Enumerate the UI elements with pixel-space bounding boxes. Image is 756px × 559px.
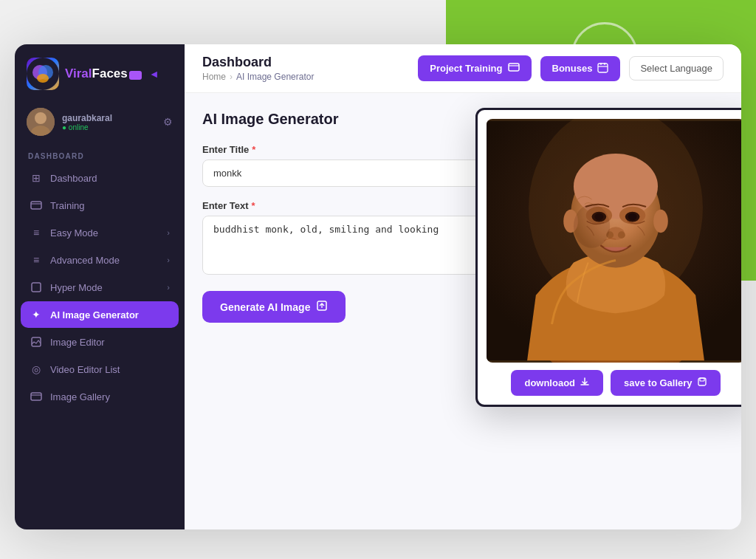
dashboard-icon: ⊞: [30, 171, 43, 185]
logo-text: ViralFacesAI: [65, 66, 142, 81]
monk-image: [487, 119, 741, 363]
save-icon: [697, 377, 707, 389]
video-editor-icon: ◎: [30, 363, 43, 376]
chevron-right-icon: ›: [167, 256, 170, 264]
svg-rect-9: [32, 283, 41, 292]
language-label: Select Language: [640, 63, 712, 74]
download-icon: [580, 377, 590, 389]
header-left: Dashboard Home › AI Image Generator: [202, 55, 314, 82]
sidebar-item-dashboard[interactable]: ⊞ Dashboard: [21, 165, 179, 191]
save-gallery-label: save to Gallery: [624, 377, 693, 388]
sidebar-item-training[interactable]: Training: [21, 192, 179, 219]
logo-icon: [27, 58, 59, 90]
page-title: Dashboard: [202, 55, 314, 70]
breadcrumb-current: AI Image Generator: [236, 72, 314, 82]
svg-point-5: [35, 112, 47, 124]
sidebar: ViralFacesAI ◄ gaurabkaral online ⚙ DASH…: [15, 44, 185, 529]
generate-icon: [316, 300, 328, 314]
svg-rect-39: [700, 378, 704, 381]
user-status: online: [62, 123, 156, 131]
chevron-right-icon: ›: [167, 283, 170, 292]
bonuses-label: Bonuses: [552, 63, 593, 74]
image-editor-icon: [30, 335, 43, 349]
page-content: AI Image Generator Enter Title * Enter T…: [185, 93, 741, 529]
required-indicator: *: [252, 144, 255, 155]
ai-image-icon: ✦: [30, 308, 43, 321]
hyper-mode-icon: [30, 281, 43, 294]
logo-arrow-icon: ◄: [149, 68, 159, 80]
calendar-icon: [597, 62, 608, 75]
sidebar-nav: ⊞ Dashboard Training ≡ Easy Mode › ≡: [15, 165, 185, 529]
svg-point-27: [653, 210, 668, 233]
app-wrapper: ViralFacesAI ◄ gaurabkaral online ⚙ DASH…: [15, 44, 741, 529]
chevron-right-icon: ›: [167, 228, 170, 237]
generate-label: Generate AI Image: [220, 301, 310, 313]
sidebar-item-hyper-mode[interactable]: Hyper Mode ›: [21, 274, 179, 301]
sidebar-item-label: Dashboard: [50, 173, 170, 184]
save-gallery-button[interactable]: save to Gallery: [611, 370, 721, 396]
required-indicator: *: [252, 200, 255, 211]
avatar: [27, 108, 55, 136]
image-result-card: downloaod save to Gallery: [475, 108, 741, 407]
download-button[interactable]: downloaod: [511, 370, 603, 396]
sidebar-item-image-editor[interactable]: Image Editor: [21, 329, 179, 355]
svg-point-37: [574, 205, 610, 248]
project-training-icon: [508, 61, 520, 75]
image-preview: [487, 119, 741, 363]
image-gallery-icon: [30, 390, 43, 403]
image-actions: downloaod save to Gallery: [487, 370, 741, 396]
header-right: Project Training Bonuses: [418, 55, 724, 81]
sidebar-item-advanced-mode[interactable]: ≡ Advanced Mode ›: [21, 247, 179, 273]
sidebar-section-label: DASHBOARD: [15, 146, 185, 165]
svg-rect-11: [31, 393, 41, 400]
sidebar-user: gaurabkaral online ⚙: [15, 100, 185, 146]
header: Dashboard Home › AI Image Generator Proj…: [185, 44, 741, 93]
ai-badge: AI: [129, 71, 142, 80]
svg-rect-7: [31, 202, 41, 209]
bonuses-button[interactable]: Bonuses: [540, 56, 621, 81]
sidebar-item-ai-image-generator[interactable]: ✦ AI Image Generator: [21, 301, 179, 328]
sidebar-item-video-editor[interactable]: ◎ Video Editor List: [21, 356, 179, 383]
user-info: gaurabkaral online: [62, 113, 156, 131]
svg-point-33: [628, 213, 637, 221]
sidebar-item-label: AI Image Generator: [50, 309, 170, 320]
sidebar-item-label: Hyper Mode: [50, 282, 159, 293]
training-icon: [30, 199, 43, 212]
breadcrumb-separator: ›: [230, 72, 233, 82]
sidebar-item-easy-mode[interactable]: ≡ Easy Mode ›: [21, 219, 179, 246]
svg-rect-13: [509, 64, 519, 71]
project-training-label: Project Training: [430, 63, 502, 74]
easy-mode-icon: ≡: [30, 226, 43, 239]
sidebar-item-label: Training: [50, 200, 170, 211]
username: gaurabkaral: [62, 113, 156, 123]
sidebar-logo: ViralFacesAI ◄: [15, 44, 185, 100]
advanced-mode-icon: ≡: [30, 253, 43, 267]
sidebar-item-label: Easy Mode: [50, 227, 159, 239]
svg-point-3: [37, 74, 49, 83]
sidebar-item-label: Advanced Mode: [50, 255, 159, 266]
sidebar-item-image-gallery[interactable]: Image Gallery: [21, 383, 179, 410]
breadcrumb: Home › AI Image Generator: [202, 72, 314, 82]
sidebar-item-label: Image Editor: [50, 337, 170, 348]
language-select-button[interactable]: Select Language: [629, 56, 724, 80]
sidebar-item-label: Video Editor List: [50, 364, 170, 375]
generate-button[interactable]: Generate AI Image: [202, 291, 346, 323]
project-training-button[interactable]: Project Training: [418, 55, 531, 81]
main-content: Dashboard Home › AI Image Generator Proj…: [185, 44, 741, 529]
svg-point-36: [618, 231, 625, 239]
breadcrumb-home: Home: [202, 72, 226, 82]
svg-rect-15: [598, 64, 608, 72]
sidebar-item-label: Image Gallery: [50, 391, 170, 402]
download-label: downloaod: [524, 377, 575, 388]
settings-icon[interactable]: ⚙: [163, 116, 173, 128]
